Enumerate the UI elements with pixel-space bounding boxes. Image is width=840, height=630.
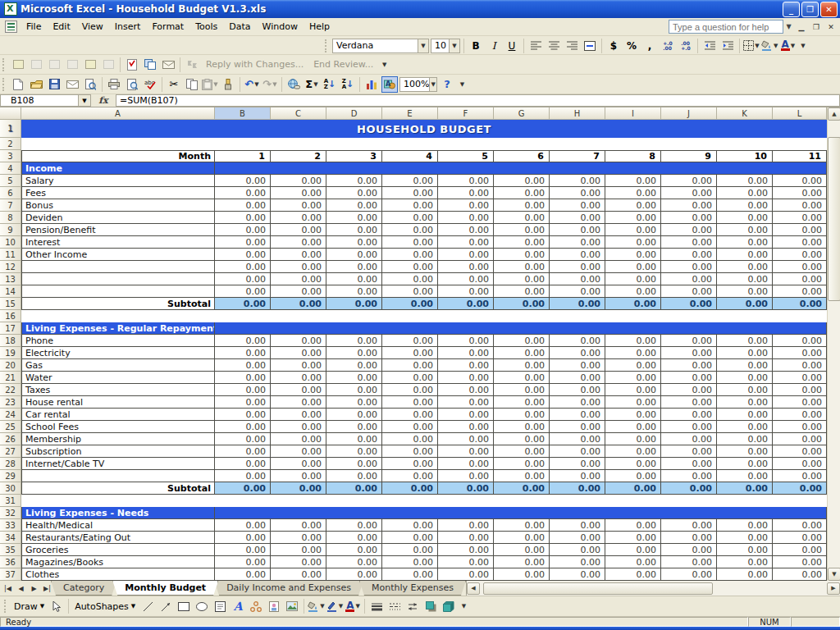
value-cell[interactable]: 0.00 [550, 384, 605, 396]
value-cell[interactable]: 0.00 [494, 384, 550, 396]
value-cell[interactable]: 0.00 [382, 433, 438, 445]
value-cell[interactable]: 0.00 [661, 372, 717, 384]
value-cell[interactable]: 0.00 [773, 187, 827, 199]
value-cell[interactable]: 0.00 [717, 359, 773, 372]
value-cell[interactable]: 0.00 [326, 482, 382, 495]
value-cell[interactable]: 0.00 [215, 421, 271, 433]
value-cell[interactable]: 0.00 [550, 175, 605, 187]
value-cell[interactable]: 0.00 [326, 273, 382, 285]
value-cell[interactable]: 0.00 [382, 396, 438, 409]
font-color-icon[interactable]: A ▼ [345, 598, 361, 614]
toolbar-grip[interactable] [325, 39, 329, 52]
value-cell[interactable]: 0.00 [215, 236, 271, 249]
row-header-26[interactable]: 26 [0, 433, 21, 445]
row-header-17[interactable]: 17 [0, 322, 21, 335]
dash-style-icon[interactable] [386, 598, 403, 614]
value-cell[interactable]: 0.00 [382, 482, 438, 495]
toolbar-options-icon[interactable]: ▼ [459, 599, 468, 614]
value-cell[interactable]: 0.00 [661, 532, 717, 544]
row-header-24[interactable]: 24 [0, 409, 21, 421]
value-cell[interactable]: 0.00 [326, 556, 382, 568]
value-cell[interactable]: 0.00 [271, 187, 326, 199]
value-cell[interactable]: 0.00 [717, 298, 773, 310]
scroll-left-icon[interactable]: ◀ [467, 582, 480, 595]
value-cell[interactable]: 0.00 [717, 273, 773, 285]
label-cell[interactable]: Interest [21, 236, 215, 249]
bold-button[interactable]: B [468, 38, 484, 54]
value-cell[interactable]: 0.00 [326, 396, 382, 409]
value-cell[interactable]: 0.00 [717, 396, 773, 409]
value-cell[interactable]: 0.00 [717, 236, 773, 249]
value-cell[interactable]: 0.00 [494, 212, 550, 224]
row-header-36[interactable]: 36 [0, 556, 21, 568]
value-cell[interactable]: 0.00 [215, 568, 271, 581]
toolbar-options-icon[interactable]: ▼ [458, 77, 467, 92]
cell[interactable] [21, 495, 827, 507]
value-cell[interactable]: 0.00 [717, 421, 773, 433]
value-cell[interactable]: 0.00 [773, 236, 827, 249]
value-cell[interactable]: 0.00 [494, 556, 550, 568]
value-cell[interactable]: 0.00 [382, 285, 438, 298]
value-cell[interactable]: 0.00 [494, 445, 550, 458]
value-cell[interactable]: 0.00 [661, 445, 717, 458]
last-sheet-icon[interactable]: ▶| [41, 582, 53, 595]
value-cell[interactable]: 0.00 [550, 199, 605, 212]
autosum-icon[interactable]: Σ▼ [304, 76, 320, 93]
row-header-28[interactable]: 28 [0, 458, 21, 470]
insert-function-icon[interactable]: fx [91, 94, 116, 107]
scroll-right-icon[interactable]: ▶ [827, 582, 840, 595]
value-cell[interactable]: 0.00 [550, 556, 605, 568]
vertical-scroll-thumb[interactable] [828, 137, 840, 301]
value-cell[interactable]: 0.00 [661, 519, 717, 532]
value-cell[interactable]: 0.00 [326, 187, 382, 199]
month-cell[interactable]: 1 [215, 150, 271, 162]
column-header-C[interactable]: C [271, 107, 326, 120]
value-cell[interactable]: 0.00 [717, 384, 773, 396]
cell[interactable] [21, 310, 827, 322]
name-box[interactable]: B108 [0, 94, 79, 107]
align-right-icon[interactable] [564, 38, 580, 54]
label-cell[interactable]: Subtotal [21, 298, 215, 310]
column-header-E[interactable]: E [382, 107, 438, 120]
value-cell[interactable]: 0.00 [326, 470, 382, 482]
value-cell[interactable]: 0.00 [773, 199, 827, 212]
month-cell[interactable]: 8 [605, 150, 661, 162]
value-cell[interactable]: 0.00 [494, 532, 550, 544]
value-cell[interactable]: 0.00 [550, 261, 605, 273]
value-cell[interactable]: 0.00 [550, 445, 605, 458]
value-cell[interactable]: 0.00 [773, 396, 827, 409]
value-cell[interactable]: 0.00 [550, 470, 605, 482]
value-cell[interactable]: 0.00 [717, 532, 773, 544]
value-cell[interactable]: 0.00 [215, 273, 271, 285]
value-cell[interactable]: 0.00 [494, 433, 550, 445]
label-cell[interactable]: Subscription [21, 445, 215, 458]
row-header-10[interactable]: 10 [0, 236, 21, 249]
value-cell[interactable]: 0.00 [215, 261, 271, 273]
value-cell[interactable]: 0.00 [215, 187, 271, 199]
section-fill-cell[interactable] [215, 162, 827, 175]
menu-data[interactable]: Data [223, 19, 256, 34]
value-cell[interactable]: 0.00 [773, 568, 827, 581]
label-cell[interactable]: Fees [21, 187, 215, 199]
menu-view[interactable]: View [76, 19, 109, 34]
value-cell[interactable]: 0.00 [773, 421, 827, 433]
value-cell[interactable]: 0.00 [494, 396, 550, 409]
menu-format[interactable]: Format [146, 19, 189, 34]
value-cell[interactable]: 0.00 [271, 396, 326, 409]
print-preview-icon[interactable] [124, 76, 140, 93]
value-cell[interactable]: 0.00 [271, 519, 326, 532]
value-cell[interactable]: 0.00 [773, 532, 827, 544]
month-cell[interactable]: 4 [382, 150, 438, 162]
value-cell[interactable]: 0.00 [494, 273, 550, 285]
value-cell[interactable]: 0.00 [271, 568, 326, 581]
value-cell[interactable]: 0.00 [550, 236, 605, 249]
value-cell[interactable]: 0.00 [326, 261, 382, 273]
paste-icon[interactable]: ▼ [202, 76, 218, 93]
label-cell[interactable]: House rental [21, 396, 215, 409]
question-help-input[interactable] [669, 20, 783, 34]
month-cell[interactable]: 5 [438, 150, 494, 162]
value-cell[interactable]: 0.00 [326, 249, 382, 261]
value-cell[interactable]: 0.00 [550, 224, 605, 236]
sheet-tab-monthly-expenses[interactable]: Monthly Expenses [359, 581, 466, 596]
value-cell[interactable]: 0.00 [661, 236, 717, 249]
